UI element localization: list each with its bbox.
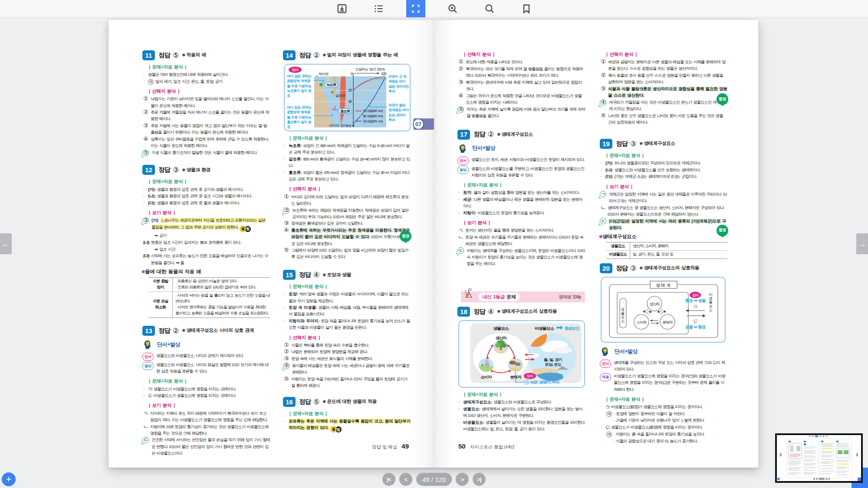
paragraph-text: 갈조류: 600 nm의 황색광이 도달하는 수심 20~40 m까지 많이 분… bbox=[289, 156, 411, 169]
choice-marker: ④ bbox=[284, 227, 291, 233]
question-topic: 적응의 예 bbox=[182, 52, 206, 59]
fig14-annotation-left-top: 바다 얕은 곳에는 광합성에 적색광을 주로 이용하는 녹조류가 많이 분포 bbox=[287, 74, 313, 98]
answer-paragraph: ㄴ.토양 속 세균은 유기물을 무기물로 분해하는 분해자이다. 따라서 토양 … bbox=[458, 234, 585, 247]
search-button[interactable] bbox=[480, 0, 499, 17]
paragraph-text: 홍조류에 속하는 우뭇가사리는 주로 청색광을 이용한다. 청색광은 파장이 짧… bbox=[291, 227, 411, 247]
paragraph-text: 지렁이는 토양 속을 이리저리 돌아다니면서 구멍을 뚫어 토양에 공기가 잘 … bbox=[291, 376, 411, 389]
trap-badge: 함정 bbox=[717, 225, 728, 236]
hint-title: 단서+발상 bbox=[615, 348, 638, 355]
svg-text:20: 20 bbox=[348, 88, 352, 92]
question-topic: 생태계구성요소 bbox=[497, 131, 533, 138]
answer-paragraph: ㄱ개체군은 일정한 지역에 사는 같은 종의 개체들로 이루어진 무리이다. 따… bbox=[601, 191, 727, 204]
download-button[interactable] bbox=[332, 0, 352, 17]
paragraph-text: 그림에서 파장에 따라 도달하는 빛의 양을 비교하면 파장이 짧은 빛일수록 … bbox=[291, 247, 411, 260]
svg-text:갈조류: 갈조류 bbox=[335, 94, 345, 98]
first-page-button[interactable]: |< bbox=[382, 473, 395, 486]
honey-tip-badge: 꿀팁 bbox=[240, 226, 251, 232]
answer-label: 정답 bbox=[616, 141, 628, 147]
answer-paragraph: ①낙엽수는 기온이 낮아지면 잎을 떨어뜨려 에너지 소모를 줄인다. 이는 식… bbox=[143, 95, 270, 108]
paragraph-text: 붓꽃은 일조 시간이 길어지는 봄과 초여름에 꽃이 핀다. bbox=[151, 239, 270, 246]
next-page-edge-button[interactable]: → bbox=[856, 233, 868, 254]
choice-marker: ③ bbox=[284, 220, 291, 226]
page-position-indicator[interactable]: 49 / 120 bbox=[416, 473, 452, 486]
toc-button[interactable] bbox=[369, 0, 388, 17]
prev-page-edge-button[interactable]: ← bbox=[0, 233, 12, 254]
hint-heading: 단서+발상 bbox=[601, 347, 727, 357]
next-page-button[interactable]: > bbox=[456, 473, 469, 486]
answer-paragraph: ·㉠: 생물요소가 비생물요소에 영향을 미치는 관계이다. bbox=[143, 386, 270, 392]
correct-answer-ring: ㄷ bbox=[457, 247, 464, 254]
answer-paragraph: ①바다의 깊이에 따라 도달하는 빛의 파장이 다르기 때문에 해조류의 분포도… bbox=[284, 193, 411, 206]
svg-text:소비자: 소비자 bbox=[480, 375, 492, 379]
choice-marker: ① bbox=[284, 193, 291, 200]
answer-paragraph: 예빛의 세기, 일조 시간, 온도, 물, 토양, 공기 bbox=[143, 78, 270, 85]
hint-heading: 단서+발상 bbox=[143, 340, 270, 350]
choice-marker: ④ bbox=[458, 92, 466, 99]
paragraph-text: 생물요소: 생태계에서 살아가는 모든 생물을 의미한다. 양분을 얻는 방식에… bbox=[463, 406, 585, 419]
paragraph-text: 지렁이는 생태계를 구성하는 생물요소이며, 토양은 비생물요소이다. 따라서 … bbox=[467, 247, 585, 267]
choice-marker: · bbox=[458, 210, 463, 216]
last-page-button[interactable]: >| bbox=[473, 473, 486, 486]
add-note-fab[interactable]: + bbox=[2, 472, 16, 486]
answer-paragraph: ②북극여우는 귀의 크기를 작게 하여 열 방출량을 줄이는 방향으로 적응하였… bbox=[458, 66, 585, 79]
answer-paragraph: ⑤나비와 꽃은 모두 생물요소로 나비와 꽃이 서로 도움을 주는 것은 생물 … bbox=[601, 112, 727, 125]
answer-label: 정답 bbox=[299, 272, 311, 278]
answer-paragraph: ⑤여우는 추운 지역에 살수록 몸집에 비해 몸의 말단부의 크기를 작게 하여… bbox=[458, 106, 585, 119]
question-13-header: 13정답②생태계구성요소 사이의 상호 관계 bbox=[142, 326, 270, 336]
paragraph-text: 생물요소인 토끼, 세균, 지렁이와 비생물요소인 토양이 제시되어 있다. bbox=[471, 156, 584, 163]
choice-marker: ③ bbox=[601, 85, 608, 92]
choice-marker: ⑤ bbox=[143, 149, 151, 156]
answer-paragraph: ·(가): 생물과 환경의 상호 관계 중 공기와 생물의 예시이다. bbox=[143, 186, 270, 193]
section-choice-analysis: 선택지 분석 bbox=[149, 88, 270, 95]
answer-label: 정답 bbox=[616, 265, 628, 272]
choice-marker: ④ bbox=[284, 362, 292, 369]
choice-marker: ① bbox=[284, 342, 291, 348]
answer-label: 정답 bbox=[158, 167, 170, 173]
question-17-header: 17정답②생태계구성요소 bbox=[457, 130, 585, 140]
svg-text:분해자: 분해자 bbox=[510, 375, 522, 379]
answer-paragraph: ③북극여우는 온대여우에 비해 추운 지역에 살고 있어 일반적으로 몸집이 크… bbox=[458, 79, 585, 92]
answer-paragraph: · 식물의 광합성으로 대기 중의 O₂ 농도가 증가한다. bbox=[601, 438, 727, 444]
minimap-thumbnail[interactable] bbox=[775, 433, 863, 483]
data-table: 수분 증발방지· 파충류는 몸 표면이 비늘로 덮여 있다.· 조류와 파충류의… bbox=[148, 277, 270, 318]
choice-marker: ③ bbox=[143, 122, 151, 129]
paragraph-text: (가): 생물과 환경의 상호 관계 중 공기와 생물의 예시이다. bbox=[148, 186, 270, 193]
choice-marker: 예 bbox=[606, 410, 612, 417]
answer-choice: ③ bbox=[630, 265, 636, 272]
paragraph-text: 생물요소와 비생물요소를 구분하고, 비생물요소인 토양과 생물요소인 지렁이의… bbox=[471, 165, 585, 178]
answer-paragraph: ㄷ지렁이는 생태계를 구성하는 생물요소이며, 토양은 비생물요소이다. 따라서… bbox=[458, 247, 585, 267]
zoom-in-button[interactable] bbox=[443, 0, 462, 17]
paragraph-text: ㉡: 비생물요소가 생물요소에 영향을 미치는 관계이다. bbox=[148, 392, 270, 399]
chapter-tab[interactable]: 07 bbox=[414, 118, 434, 130]
paragraph-text: 수생 식물의 통기조직이 발달한 것은 식물이 물에 적응한 예이다. bbox=[151, 149, 270, 156]
answer-paragraph: ③추운 지방에 사는 동물이 몸집이 크고 몸의 말단부가 작은 이유는 열 방… bbox=[143, 122, 270, 135]
choice-marker: · bbox=[458, 196, 463, 203]
fullscreen-button[interactable] bbox=[406, 0, 425, 17]
bookmark-button[interactable] bbox=[517, 0, 536, 17]
search-icon bbox=[484, 3, 495, 14]
paragraph-text: 추운 지방에 사는 동물이 몸집이 크고 몸의 말단부가 작은 이유는 열 방출… bbox=[151, 122, 270, 135]
section-data-analysis: 문제+자료 분석 bbox=[289, 283, 411, 290]
svg-text:40: 40 bbox=[348, 99, 352, 103]
answer-paragraph: 예· 지렁이는 흙 속을 돌아다니며 토양의 통기성을 높인다. bbox=[601, 431, 727, 437]
paragraph-text: 나비와 꽃은 모두 생물요소로 나비와 꽃이 서로 도움을 주는 것은 생물 간… bbox=[608, 112, 727, 125]
previous-page-button[interactable]: < bbox=[399, 473, 412, 486]
question-topic: 토양과 생물 bbox=[323, 272, 351, 278]
paragraph-text: 비생물요소가 생물요소에 영향을 미치는 경우(㉠)와 생물요소가 비생물요소에… bbox=[614, 373, 727, 393]
choice-marker: ① bbox=[143, 95, 151, 102]
choice-marker: · bbox=[601, 167, 605, 173]
choice-marker: ② bbox=[601, 72, 608, 79]
question-number-badge: 14 bbox=[283, 50, 296, 60]
paragraph-text: (가): 하나의 생물종으로만 구성되어 있으므로 개체군이다. bbox=[605, 160, 727, 166]
answer-paragraph: ·갈조류: 600 nm의 황색광이 도달하는 수심 20~40 m까지 많이 … bbox=[284, 156, 411, 169]
svg-text:환경 ➡ 생물: 환경 ➡ 생물 bbox=[685, 298, 706, 303]
section-choice-analysis: 선택지 분석 bbox=[289, 186, 411, 192]
answer-paragraph: ➡공기 bbox=[143, 232, 270, 239]
paragraph-text: (가): 노송나무는 세균으로부터 자신을 보호하려고 피톤치드라는 살균 물질… bbox=[151, 217, 270, 232]
hint-title: 단서+발상 bbox=[157, 341, 180, 348]
page-navigation: |< < 49 / 120 > >| bbox=[0, 473, 868, 486]
clue-row: 발상생물요소와 비생물요소 사이의 화살표 방향에 따라 보기의 예시에 대한 … bbox=[143, 361, 270, 374]
paragraph-text: 공기 bbox=[159, 232, 270, 239]
question-11-header: 11정답⑤적응의 예 bbox=[142, 50, 270, 60]
section-data-analysis: 문제+자료 분석 bbox=[289, 135, 411, 141]
